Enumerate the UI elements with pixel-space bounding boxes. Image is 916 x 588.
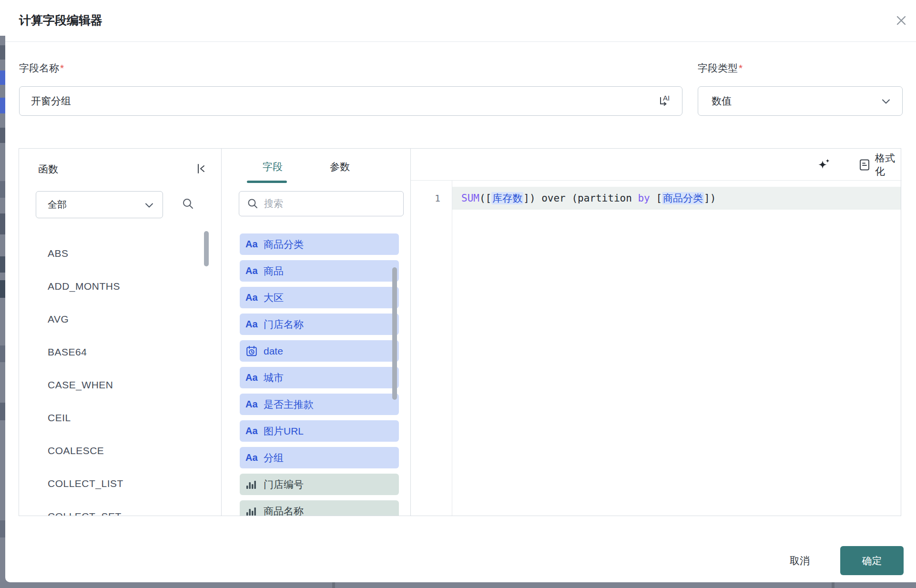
ai-sparkle-icon[interactable] [816, 157, 832, 172]
text-field-icon: Aa [245, 372, 260, 383]
field-item[interactable]: Aa图片URL [240, 420, 399, 442]
ok-button[interactable]: 确定 [840, 546, 904, 575]
field-name-input[interactable] [19, 86, 682, 116]
code-token-keyword: by [638, 193, 650, 204]
bar-chart-icon [245, 506, 260, 516]
field-item-label: date [264, 345, 283, 357]
background-page-edge [0, 36, 5, 588]
functions-panel-title: 函数 [38, 162, 58, 176]
fields-panel: 字段 参数 Aa商品分类Aa商品Aa大区Aa门店名称dateAa城市Aa是否主推… [222, 149, 411, 516]
text-field-icon: Aa [245, 265, 260, 276]
active-tab-underline [247, 181, 287, 183]
function-item[interactable]: COLLECT_LIST [48, 467, 205, 500]
function-item[interactable]: AVG [48, 303, 205, 335]
line-number: 1 [411, 187, 440, 210]
function-item[interactable]: COALESCE [48, 434, 205, 467]
text-field-icon: Aa [245, 399, 260, 410]
function-item[interactable]: ABS [48, 237, 205, 270]
background-page-bottom [0, 582, 916, 588]
gutter-divider [452, 181, 452, 516]
field-item[interactable]: Aa门店名称 [240, 314, 399, 335]
field-item-label: 门店名称 [264, 318, 304, 331]
field-item[interactable]: Aa城市 [240, 367, 399, 388]
editor-toolbar: 格式化 [411, 149, 902, 181]
calendar-icon [245, 345, 260, 357]
chevron-down-icon [880, 96, 892, 107]
field-item-label: 分组 [264, 451, 284, 465]
code-editor-area[interactable]: 1 SUM([库存数]) over (partition by [商品分类]) [411, 181, 902, 516]
chevron-down-icon [143, 200, 155, 211]
field-list: Aa商品分类Aa商品Aa大区Aa门店名称dateAa城市Aa是否主推款Aa图片U… [240, 233, 399, 516]
field-item-label: 商品 [264, 264, 284, 278]
fields-scrollbar[interactable] [392, 267, 397, 400]
tab-fields[interactable]: 字段 [263, 160, 283, 173]
field-item-label: 门店编号 [264, 478, 304, 491]
format-button-label: 格式化 [875, 152, 902, 178]
field-item-label: 图片URL [264, 425, 304, 438]
required-mark: * [60, 62, 64, 73]
field-item[interactable]: Aa大区 [240, 287, 399, 308]
field-item[interactable]: Aa商品 [240, 260, 399, 282]
field-item[interactable]: 商品名称 [240, 500, 399, 516]
function-item[interactable]: CEIL [48, 401, 205, 434]
code-token-keyword: SUM [461, 193, 479, 204]
field-item[interactable]: Aa是否主推款 [240, 394, 399, 415]
field-item[interactable]: Aa商品分类 [240, 233, 399, 255]
editor-workspace: 函数 全部 ABSADD_MONTHSAVGBASE64CASE_WH [19, 148, 901, 516]
function-item[interactable]: CASE_WHEN [48, 368, 205, 401]
code-token-plain: ([ [479, 193, 491, 204]
functions-scrollbar[interactable] [204, 231, 209, 266]
function-item[interactable]: ADD_MONTHS [48, 270, 205, 303]
search-icon [246, 197, 259, 210]
text-field-icon: Aa [245, 452, 260, 463]
ai-generate-icon[interactable]: AI [657, 93, 672, 109]
code-token-plain: [ [650, 193, 662, 204]
required-mark: * [739, 62, 743, 73]
text-field-icon: Aa [245, 426, 260, 436]
format-button[interactable]: 格式化 [858, 157, 902, 172]
function-item[interactable]: BASE64 [48, 335, 205, 368]
field-item[interactable]: Aa分组 [240, 447, 399, 468]
dialog-header: 计算字段编辑器 [5, 0, 916, 42]
field-type-label: 字段类型* [698, 61, 743, 75]
function-list: ABSADD_MONTHSAVGBASE64CASE_WHENCEILCOALE… [48, 237, 205, 516]
text-field-icon: Aa [245, 319, 260, 330]
code-token-plain: ]) over (partition [523, 193, 638, 204]
field-item-label: 是否主推款 [264, 398, 314, 411]
code-token-field: 商品分类 [662, 192, 704, 204]
formula-code-line[interactable]: SUM([库存数]) over (partition by [商品分类]) [461, 187, 716, 210]
field-item[interactable]: 门店编号 [240, 474, 399, 495]
tab-parameters[interactable]: 参数 [330, 160, 350, 173]
search-icon[interactable] [181, 197, 194, 210]
field-item-label: 商品分类 [264, 238, 304, 251]
format-document-icon [858, 158, 871, 172]
fields-search-input[interactable] [239, 191, 404, 216]
text-field-icon: Aa [245, 239, 260, 250]
code-token-field: 库存数 [491, 192, 523, 204]
field-type-value: 数值 [712, 94, 732, 108]
bar-chart-icon [245, 479, 260, 490]
dialog-title: 计算字段编辑器 [19, 12, 102, 28]
formula-editor-panel: 格式化 1 SUM([库存数]) over (partition by [商品分… [411, 149, 902, 516]
field-item-label: 城市 [264, 371, 284, 385]
field-item-label: 大区 [264, 291, 284, 304]
function-category-value: 全部 [48, 198, 67, 211]
field-type-select[interactable]: 数值 [698, 86, 903, 116]
field-item[interactable]: date [240, 340, 399, 362]
field-name-label: 字段名称* [19, 61, 64, 75]
functions-panel: 函数 全部 ABSADD_MONTHSAVGBASE64CASE_WH [19, 149, 222, 516]
code-token-plain: ]) [704, 193, 716, 204]
cancel-button[interactable]: 取消 [774, 547, 826, 575]
text-field-icon: Aa [245, 292, 260, 303]
field-item-label: 商品名称 [264, 505, 304, 516]
function-item[interactable]: COLLECT_SET [48, 500, 205, 516]
close-icon[interactable] [894, 13, 908, 28]
collapse-panel-icon[interactable] [194, 162, 208, 175]
svg-text:AI: AI [663, 94, 670, 102]
calculated-field-editor-dialog: 计算字段编辑器 字段名称* AI 字段类型* 数值 函数 [5, 0, 916, 582]
function-category-select[interactable]: 全部 [36, 191, 163, 218]
